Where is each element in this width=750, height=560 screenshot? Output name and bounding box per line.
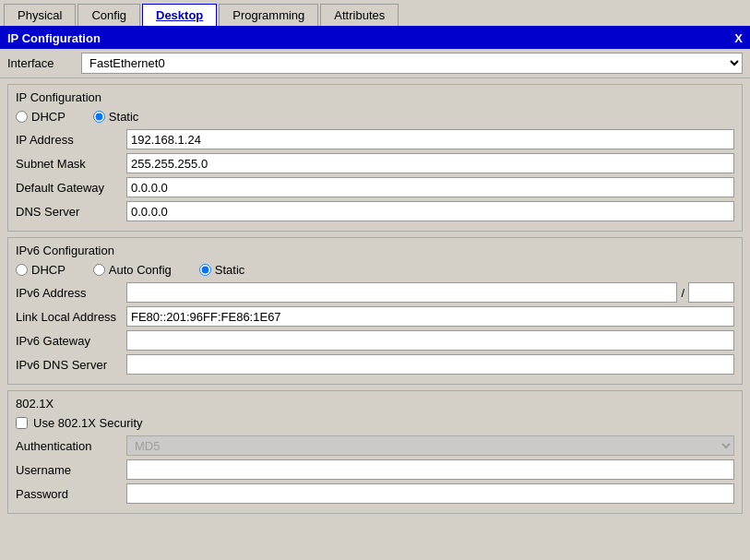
ipv6-section: IPv6 Configuration DHCP Auto Config Stat…	[7, 237, 743, 385]
ipv4-radio-row: DHCP Static	[16, 110, 734, 124]
ipv6-gateway-label: IPv6 Gateway	[16, 334, 126, 348]
default-gateway-input[interactable]	[126, 177, 734, 197]
interface-label: Interface	[7, 56, 81, 70]
ipv4-static-label: Static	[109, 110, 139, 124]
panel-title: IP Configuration	[7, 31, 101, 45]
ipv6-auto-config-radio[interactable]: Auto Config	[93, 263, 172, 277]
close-button[interactable]: X	[734, 31, 743, 45]
ipv6-static-radio[interactable]: Static	[199, 263, 245, 277]
link-local-address-label: Link Local Address	[16, 310, 126, 324]
use-8021x-row: Use 802.1X Security	[16, 416, 734, 430]
password-label: Password	[16, 487, 126, 501]
ip-address-input[interactable]	[126, 129, 734, 149]
tab-attributes[interactable]: Attributes	[320, 4, 399, 26]
authentication-select[interactable]: MD5	[126, 435, 734, 456]
default-gateway-row: Default Gateway	[16, 177, 734, 197]
security-section: 802.1X Use 802.1X Security Authenticatio…	[7, 390, 743, 514]
dns-server-label: DNS Server	[16, 205, 126, 219]
use-8021x-label: Use 802.1X Security	[33, 416, 143, 430]
password-row: Password	[16, 483, 734, 504]
dns-server-input[interactable]	[126, 201, 734, 221]
authentication-label: Authentication	[16, 439, 126, 453]
ipv6-address-label: IPv6 Address	[16, 286, 126, 300]
security-section-title: 802.1X	[16, 397, 734, 411]
ip-address-row: IP Address	[16, 129, 734, 149]
tab-desktop[interactable]: Desktop	[142, 4, 217, 26]
ipv6-prefix-input[interactable]	[688, 282, 734, 303]
ipv6-address-row: IPv6 Address /	[16, 282, 734, 303]
ipv6-dns-row: IPv6 DNS Server	[16, 354, 734, 375]
ipv6-radio-row: DHCP Auto Config Static	[16, 263, 734, 277]
ipv6-dns-label: IPv6 DNS Server	[16, 358, 126, 372]
ipv6-slash: /	[681, 286, 685, 300]
tab-bar: Physical Config Desktop Programming Attr…	[0, 0, 750, 28]
subnet-mask-input[interactable]	[126, 153, 734, 173]
main-panel: IP Configuration X Interface FastEtherne…	[0, 28, 750, 514]
subnet-mask-label: Subnet Mask	[16, 157, 126, 171]
dns-server-row: DNS Server	[16, 201, 734, 221]
password-input[interactable]	[126, 483, 734, 504]
ipv6-static-label: Static	[215, 263, 245, 277]
ip-address-label: IP Address	[16, 133, 126, 147]
default-gateway-label: Default Gateway	[16, 181, 126, 195]
ipv6-auto-config-label: Auto Config	[109, 263, 172, 277]
ipv6-address-input[interactable]	[126, 282, 677, 303]
ipv6-gateway-row: IPv6 Gateway	[16, 330, 734, 351]
ipv4-section-title: IP Configuration	[16, 90, 734, 104]
username-label: Username	[16, 463, 126, 477]
tab-config[interactable]: Config	[77, 4, 140, 26]
link-local-address-input[interactable]	[126, 306, 734, 327]
ipv4-dhcp-label: DHCP	[31, 110, 65, 124]
tab-physical[interactable]: Physical	[4, 4, 76, 26]
ipv4-section: IP Configuration DHCP Static IP Address …	[7, 84, 743, 232]
interface-row: Interface FastEthernet0	[0, 49, 750, 78]
use-8021x-checkbox[interactable]	[16, 417, 28, 429]
ipv6-dns-input[interactable]	[126, 354, 734, 375]
ipv6-dhcp-label: DHCP	[31, 263, 65, 277]
ipv4-static-radio[interactable]: Static	[93, 110, 139, 124]
ipv6-section-title: IPv6 Configuration	[16, 244, 734, 257]
tab-programming[interactable]: Programming	[219, 4, 318, 26]
interface-select[interactable]: FastEthernet0	[81, 53, 743, 74]
title-bar: IP Configuration X	[0, 28, 750, 49]
username-row: Username	[16, 459, 734, 480]
ipv6-gateway-input[interactable]	[126, 330, 734, 351]
subnet-mask-row: Subnet Mask	[16, 153, 734, 173]
ipv4-dhcp-radio[interactable]: DHCP	[16, 110, 65, 124]
authentication-row: Authentication MD5	[16, 435, 734, 456]
link-local-address-row: Link Local Address	[16, 306, 734, 327]
ipv6-dhcp-radio[interactable]: DHCP	[16, 263, 65, 277]
username-input[interactable]	[126, 459, 734, 480]
